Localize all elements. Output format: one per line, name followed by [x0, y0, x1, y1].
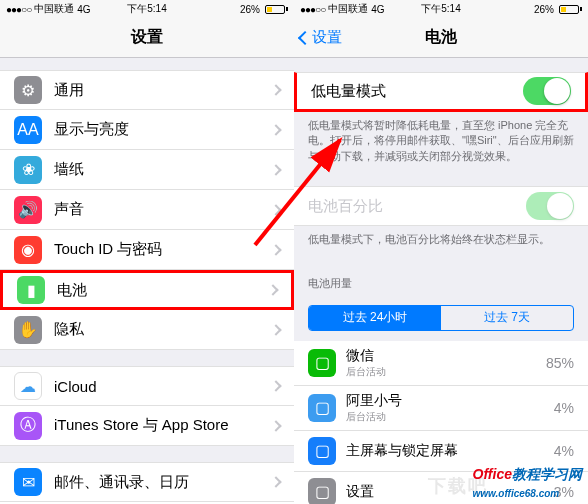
itunes-icon: Ⓐ — [14, 412, 42, 440]
low-power-mode-cell[interactable]: 低电量模式 — [294, 72, 588, 112]
chevron-right-icon — [270, 324, 281, 335]
tab-7d[interactable]: 过去 7天 — [441, 306, 573, 330]
sound-icon: 🔊 — [14, 196, 42, 224]
app-icon: ▢ — [308, 478, 336, 504]
display-icon: AA — [14, 116, 42, 144]
nav-bar: 设置 — [0, 18, 294, 58]
app-icon: ▢ — [308, 394, 336, 422]
time-segment[interactable]: 过去 24小时 过去 7天 — [308, 305, 574, 331]
row-label: 邮件、通讯录、日历 — [54, 473, 272, 492]
icloud-icon: ☁ — [14, 372, 42, 400]
settings-row[interactable]: ▮ 电池 — [0, 270, 294, 310]
usage-row[interactable]: ▢ 阿里小号后台活动 4% — [294, 386, 588, 431]
usage-row[interactable]: ▢ 微信后台活动 85% — [294, 341, 588, 386]
nav-bar: 设置 电池 — [294, 18, 588, 58]
wallpaper-icon: ❀ — [14, 156, 42, 184]
signal-icon: ●●●○○ — [6, 4, 31, 15]
right-pane: ●●●○○ 中国联通 4G 下午5:14 26% 设置 电池 低电量模式 低电量… — [294, 0, 588, 504]
battery-icon — [263, 5, 288, 14]
battery-icon: ▮ — [17, 276, 45, 304]
signal-icon: ●●●○○ — [300, 4, 325, 15]
settings-row[interactable]: ✉ 邮件、通讯录、日历 — [0, 462, 294, 502]
usage-percent: 4% — [554, 443, 574, 459]
gear-icon: ⚙ — [14, 76, 42, 104]
settings-row[interactable]: ✋ 隐私 — [0, 310, 294, 350]
battery-icon — [557, 5, 582, 14]
chevron-right-icon — [270, 244, 281, 255]
row-label: iCloud — [54, 378, 272, 395]
battery-pct: 26% — [240, 4, 260, 15]
back-button[interactable]: 设置 — [300, 28, 342, 47]
chevron-right-icon — [270, 420, 281, 431]
site-watermark: Office教程学习网 www.office68.com — [473, 466, 582, 500]
battery-percent-cell: 电池百分比 — [294, 186, 588, 226]
status-bar: ●●●○○ 中国联通 4G 下午5:14 26% — [0, 0, 294, 18]
row-label: 墙纸 — [54, 160, 272, 179]
low-power-toggle[interactable] — [523, 77, 571, 105]
settings-row[interactable]: 🔊 声音 — [0, 190, 294, 230]
app-activity: 后台活动 — [346, 365, 546, 379]
usage-percent: 85% — [546, 355, 574, 371]
battery-percent-desc: 低电量模式下，电池百分比将始终在状态栏显示。 — [294, 226, 588, 253]
chevron-left-icon — [298, 30, 312, 44]
app-icon: ▢ — [308, 349, 336, 377]
settings-row[interactable]: ❀ 墙纸 — [0, 150, 294, 190]
row-label: iTunes Store 与 App Store — [54, 416, 272, 435]
chevron-right-icon — [270, 164, 281, 175]
app-activity: 后台活动 — [346, 410, 554, 424]
settings-row[interactable]: ☁ iCloud — [0, 366, 294, 406]
chevron-right-icon — [270, 204, 281, 215]
app-name: 阿里小号 — [346, 392, 554, 410]
page-title: 设置 — [131, 27, 163, 48]
battery-percent-toggle — [526, 192, 574, 220]
usage-header: 电池用量 — [294, 270, 588, 295]
row-label: 显示与亮度 — [54, 120, 272, 139]
page-title: 电池 — [425, 27, 457, 48]
settings-row[interactable]: ◉ Touch ID 与密码 — [0, 230, 294, 270]
app-icon: ▢ — [308, 437, 336, 465]
mail-icon: ✉ — [14, 468, 42, 496]
settings-row[interactable]: Ⓐ iTunes Store 与 App Store — [0, 406, 294, 446]
tab-24h[interactable]: 过去 24小时 — [309, 306, 441, 330]
touchid-icon: ◉ — [14, 236, 42, 264]
row-label: 隐私 — [54, 320, 272, 339]
chevron-right-icon — [267, 284, 278, 295]
settings-row[interactable]: ⚙ 通用 — [0, 70, 294, 110]
carrier: 中国联通 — [34, 2, 74, 16]
low-power-label: 低电量模式 — [311, 82, 523, 101]
row-label: 电池 — [57, 281, 269, 300]
row-label: Touch ID 与密码 — [54, 240, 272, 259]
row-label: 声音 — [54, 200, 272, 219]
network: 4G — [77, 4, 90, 15]
low-power-desc: 低电量模式将暂时降低耗电量，直至您 iPhone 完全充电。打开后，将停用邮件获… — [294, 112, 588, 170]
privacy-icon: ✋ — [14, 316, 42, 344]
status-time: 下午5:14 — [127, 2, 166, 16]
row-label: 通用 — [54, 81, 272, 100]
chevron-right-icon — [270, 84, 281, 95]
battery-percent-label: 电池百分比 — [308, 197, 526, 216]
app-name: 微信 — [346, 347, 546, 365]
chevron-right-icon — [270, 476, 281, 487]
chevron-right-icon — [270, 380, 281, 391]
left-pane: ●●●○○ 中国联通 4G 下午5:14 26% 设置 ⚙ 通用 AA 显示与亮… — [0, 0, 294, 504]
app-name: 主屏幕与锁定屏幕 — [346, 442, 554, 460]
chevron-right-icon — [270, 124, 281, 135]
usage-percent: 4% — [554, 400, 574, 416]
status-bar: ●●●○○ 中国联通 4G 下午5:14 26% — [294, 0, 588, 18]
settings-row[interactable]: AA 显示与亮度 — [0, 110, 294, 150]
